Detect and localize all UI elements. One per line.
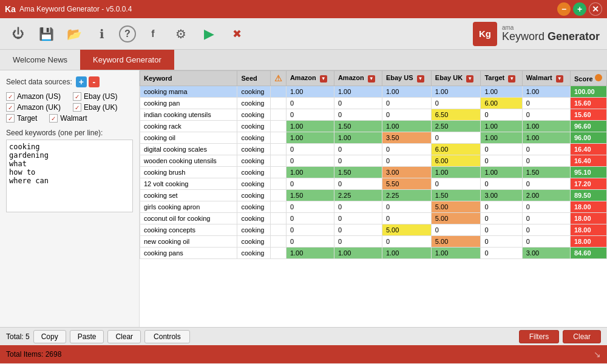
copy-button[interactable]: Copy [33, 330, 66, 343]
cell-ebayuk: 1.00 [431, 248, 481, 259]
table-row[interactable]: indian cooking utensils cooking 0 0 0 6.… [140, 109, 607, 121]
add-source-button[interactable]: + [76, 76, 87, 87]
sort-ebayus[interactable]: ▼ [417, 75, 424, 83]
table-row[interactable]: cooking oil cooking 1.00 1.00 3.50 0 1.0… [140, 132, 607, 144]
cell-amazon1: 0 [286, 155, 334, 167]
sort-walmart[interactable]: ▼ [556, 75, 563, 83]
table-row[interactable]: digital cooking scales cooking 0 0 0 6.0… [140, 144, 607, 155]
cell-score: 18.00 [571, 213, 607, 224]
table-body: cooking mama cooking 1.00 1.00 1.00 1.00… [140, 86, 607, 259]
checkbox-ebay-us[interactable]: ✓ [73, 92, 81, 101]
power-icon[interactable]: ⏻ [7, 23, 29, 45]
cell-score: 96.60 [571, 121, 607, 132]
maximize-button[interactable]: + [573, 2, 586, 16]
remove-source-button[interactable]: - [89, 76, 100, 87]
col-walmart[interactable]: Walmart ▼ [522, 71, 570, 86]
sort-target[interactable]: ▼ [508, 75, 515, 83]
cell-walmart: 3.00 [522, 248, 570, 259]
cell-walmart: 1.50 [522, 167, 570, 178]
play-icon[interactable]: ▶ [198, 23, 220, 45]
table-row[interactable]: coconut oil for cooking cooking 0 0 0 5.… [140, 213, 607, 224]
table-row[interactable]: girls cooking apron cooking 0 0 0 5.00 0… [140, 201, 607, 213]
cell-target: 0 [481, 178, 522, 190]
controls-button[interactable]: Controls [144, 330, 190, 343]
checkbox-target[interactable]: ✓ [6, 114, 15, 123]
cell-ebayus: 0 [382, 98, 431, 109]
cell-ebayus: 0 [382, 236, 431, 248]
source-amazon-uk: ✓ Amazon (UK) [6, 103, 61, 112]
tab-welcome-news[interactable]: Welcome News [0, 50, 80, 70]
col-amazon2[interactable]: Amazon ▼ [334, 71, 382, 86]
cell-target: 0 [481, 144, 522, 155]
results-table: Keyword Seed ⚠ Amazon ▼ Amazon ▼ Ebay US… [140, 70, 607, 259]
table-row[interactable]: wooden cooking utensils cooking 0 0 0 6.… [140, 155, 607, 167]
cell-warn [270, 132, 286, 144]
cell-ebayus: 0 [382, 155, 431, 167]
minimize-button[interactable]: − [557, 2, 571, 16]
tab-keyword-generator[interactable]: Keyword Generator [80, 50, 174, 70]
col-target[interactable]: Target ▼ [481, 71, 522, 86]
seed-textarea[interactable]: cooking gardening what how to where can [6, 140, 133, 212]
table-row[interactable]: cooking brush cooking 1.00 1.50 3.00 1.0… [140, 167, 607, 178]
cell-ebayuk: 2.50 [431, 121, 481, 132]
settings-icon[interactable]: ⚙ [170, 23, 192, 45]
facebook-icon[interactable]: f [142, 23, 164, 45]
sidebar: Select data sources: + - ✓ Amazon (US) ✓… [0, 70, 140, 327]
cell-warn [270, 167, 286, 178]
cell-ebayuk: 1.00 [431, 167, 481, 178]
help-icon[interactable]: ? [119, 25, 136, 42]
seed-label: Seed keywords (one per line): [6, 129, 133, 137]
cell-target: 1.00 [481, 167, 522, 178]
checkbox-ebay-uk[interactable]: ✓ [73, 103, 81, 112]
cell-ebayuk: 0 [431, 132, 481, 144]
folder-icon[interactable]: 📂 [63, 23, 85, 45]
cell-amazon1: 1.00 [286, 248, 334, 259]
cell-seed: cooking [237, 190, 270, 201]
cell-amazon2: 1.00 [334, 132, 382, 144]
checkbox-amazon-uk[interactable]: ✓ [6, 103, 15, 112]
filters-button[interactable]: Filters [519, 330, 560, 343]
table-row[interactable]: new cooking oil cooking 0 0 0 5.00 0 0 1… [140, 236, 607, 248]
table-row[interactable]: cooking mama cooking 1.00 1.00 1.00 1.00… [140, 86, 607, 98]
cell-amazon2: 0 [334, 155, 382, 167]
bottom-right: Filters Clear [519, 330, 601, 343]
cell-ebayus: 0 [382, 144, 431, 155]
table-row[interactable]: cooking set cooking 1.50 2.25 2.25 1.50 … [140, 190, 607, 201]
checkbox-amazon-us[interactable]: ✓ [6, 92, 15, 101]
paste-button[interactable]: Paste [70, 330, 104, 343]
cell-score: 16.40 [571, 155, 607, 167]
table-row[interactable]: cooking pan cooking 0 0 0 0 6.00 0 15.60 [140, 98, 607, 109]
stop-icon[interactable]: ✖ [226, 23, 248, 45]
sort-ebayuk[interactable]: ▼ [466, 75, 473, 83]
table-row[interactable]: cooking concepts cooking 0 0 5.00 0 0 0 … [140, 224, 607, 236]
cell-warn [270, 224, 286, 236]
col-ebayus[interactable]: Ebay US ▼ [382, 71, 431, 86]
col-seed: Seed [237, 71, 270, 86]
cell-ebayus: 2.25 [382, 190, 431, 201]
title-logo: Ka [5, 4, 16, 14]
cell-score: 95.10 [571, 167, 607, 178]
col-ebayuk[interactable]: Ebay UK ▼ [431, 71, 481, 86]
main-content: Select data sources: + - ✓ Amazon (US) ✓… [0, 70, 607, 327]
cell-amazon2: 1.00 [334, 248, 382, 259]
clear-left-button[interactable]: Clear [107, 330, 141, 343]
sort-amazon1[interactable]: ▼ [320, 75, 327, 83]
table-area[interactable]: Keyword Seed ⚠ Amazon ▼ Amazon ▼ Ebay US… [140, 70, 607, 327]
cell-ebayus: 1.00 [382, 121, 431, 132]
col-amazon1[interactable]: Amazon ▼ [286, 71, 334, 86]
sort-amazon2[interactable]: ▼ [368, 75, 375, 83]
cell-amazon2: 0 [334, 224, 382, 236]
table-row[interactable]: cooking pans cooking 1.00 1.00 1.00 1.00… [140, 248, 607, 259]
table-row[interactable]: cooking rack cooking 1.00 1.50 1.00 2.50… [140, 121, 607, 132]
close-button[interactable]: ✕ [589, 2, 602, 16]
cell-warn [270, 248, 286, 259]
cell-seed: cooking [237, 224, 270, 236]
info-icon[interactable]: ℹ [91, 23, 113, 45]
cell-walmart: 0 [522, 213, 570, 224]
cell-seed: cooking [237, 201, 270, 213]
save-icon[interactable]: 💾 [35, 23, 57, 45]
cell-walmart: 2.00 [522, 190, 570, 201]
checkbox-walmart[interactable]: ✓ [49, 114, 58, 123]
table-row[interactable]: 12 volt cooking cooking 0 0 5.50 0 0 0 1… [140, 178, 607, 190]
clear-right-button[interactable]: Clear [563, 330, 601, 343]
